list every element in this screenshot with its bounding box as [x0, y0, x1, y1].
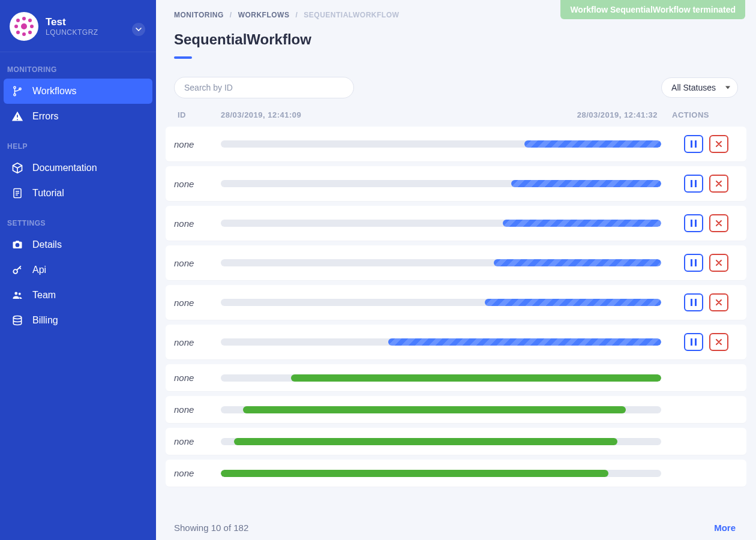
table-header: ID 28/03/2019, 12:41:09 28/03/2019, 12:4…	[156, 110, 756, 127]
running-segment	[494, 259, 661, 266]
timeline-bar	[221, 140, 661, 148]
completed-segment	[221, 470, 608, 477]
pause-icon	[691, 180, 697, 187]
svg-point-6	[16, 19, 20, 22]
workflow-row[interactable]: none	[166, 166, 746, 201]
workflow-row[interactable]: none	[166, 396, 746, 423]
pause-button[interactable]	[684, 254, 703, 272]
workflow-rows: nonenonenonenonenonenonenonenonenonenone	[156, 127, 756, 487]
pause-button[interactable]	[684, 333, 703, 351]
terminate-button[interactable]	[709, 254, 728, 272]
breadcrumb-sep: /	[230, 11, 232, 19]
terminate-button[interactable]	[709, 333, 728, 351]
sidebar-item-api[interactable]: Api	[4, 257, 152, 283]
sidebar-item-errors[interactable]: Errors	[4, 104, 152, 129]
workflow-row[interactable]: none	[166, 285, 746, 320]
row-actions	[672, 293, 738, 311]
completed-segment	[243, 406, 626, 413]
svg-point-17	[13, 269, 17, 274]
row-id: none	[174, 436, 210, 446]
breadcrumb-workflows[interactable]: WORKFLOWS	[238, 11, 290, 19]
workflow-row[interactable]: none	[166, 364, 746, 391]
row-id: none	[174, 139, 210, 149]
workflow-row[interactable]: none	[166, 460, 746, 487]
row-actions	[672, 333, 738, 351]
camera-icon	[11, 238, 24, 251]
chevron-down-icon[interactable]	[132, 23, 145, 36]
timeline-bar	[221, 406, 661, 413]
svg-rect-24	[695, 180, 697, 187]
status-filter[interactable]: All Statuses	[661, 77, 738, 98]
showing-count: Showing 10 of 182	[174, 523, 248, 533]
page-title: SequentialWorkflow	[174, 31, 738, 48]
team-icon	[11, 289, 24, 302]
running-segment	[511, 180, 661, 187]
pause-icon	[691, 299, 697, 306]
pause-button[interactable]	[684, 175, 703, 193]
svg-point-7	[28, 19, 32, 22]
terminate-button[interactable]	[709, 175, 728, 193]
caret-down-icon	[725, 86, 730, 89]
pause-icon	[691, 220, 697, 227]
row-actions	[672, 254, 738, 272]
svg-point-20	[13, 316, 21, 319]
running-segment	[524, 140, 661, 148]
sidebar-item-workflows[interactable]: Workflows	[4, 79, 152, 104]
row-actions	[672, 214, 738, 232]
timeline-bar	[221, 338, 661, 346]
pause-icon	[691, 259, 697, 266]
svg-rect-32	[695, 338, 697, 346]
search-input[interactable]	[174, 77, 354, 98]
footer: Showing 10 of 182 More	[156, 511, 756, 540]
pause-button[interactable]	[684, 293, 703, 311]
sidebar-item-label: Tutorial	[32, 188, 64, 199]
workflow-row[interactable]: none	[166, 428, 746, 455]
org-switcher[interactable]: Test LQUNCKTGRZ	[0, 6, 156, 52]
svg-rect-28	[695, 259, 697, 266]
running-segment	[503, 220, 661, 227]
org-name: Test	[46, 16, 98, 28]
col-end-time: 28/03/2019, 12:41:32	[552, 110, 672, 119]
svg-rect-22	[695, 140, 697, 148]
pause-icon	[691, 338, 697, 346]
svg-point-19	[19, 293, 21, 295]
workflow-row[interactable]: none	[166, 325, 746, 359]
workflow-row[interactable]: none	[166, 127, 746, 161]
svg-rect-29	[691, 299, 692, 306]
row-id: none	[174, 258, 210, 268]
breadcrumb-monitoring[interactable]: MONITORING	[174, 11, 224, 19]
pause-button[interactable]	[684, 135, 703, 153]
row-actions	[672, 135, 738, 153]
timeline-bar	[221, 438, 661, 445]
close-icon	[716, 181, 722, 187]
completed-segment	[291, 374, 661, 382]
breadcrumb-current: SEQUENTIALWORKFLOW	[304, 11, 399, 19]
terminate-button[interactable]	[709, 293, 728, 311]
row-id: none	[174, 218, 210, 229]
pause-button[interactable]	[684, 214, 703, 232]
pause-icon	[691, 140, 697, 148]
terminate-button[interactable]	[709, 135, 728, 153]
branch-icon	[11, 85, 24, 98]
section-monitoring: MONITORING	[0, 52, 156, 79]
avatar-pattern-icon	[12, 14, 36, 38]
row-id: none	[174, 373, 210, 383]
sidebar-item-team[interactable]: Team	[4, 283, 152, 308]
terminate-button[interactable]	[709, 214, 728, 232]
sidebar-item-billing[interactable]: Billing	[4, 308, 152, 333]
more-link[interactable]: More	[714, 523, 736, 533]
col-actions: ACTIONS	[672, 110, 738, 119]
sidebar-item-label: Billing	[32, 315, 58, 326]
sidebar-item-label: Details	[32, 239, 62, 250]
timeline-bar	[221, 220, 661, 227]
sidebar-item-label: Errors	[32, 111, 59, 122]
sidebar-item-details[interactable]: Details	[4, 232, 152, 257]
sidebar-item-tutorial[interactable]: Tutorial	[4, 181, 152, 206]
workflow-row[interactable]: none	[166, 245, 746, 280]
close-icon	[716, 299, 722, 305]
svg-point-1	[21, 23, 27, 29]
svg-rect-30	[695, 299, 697, 306]
close-icon	[716, 220, 722, 226]
sidebar-item-documentation[interactable]: Documentation	[4, 155, 152, 181]
workflow-row[interactable]: none	[166, 206, 746, 241]
